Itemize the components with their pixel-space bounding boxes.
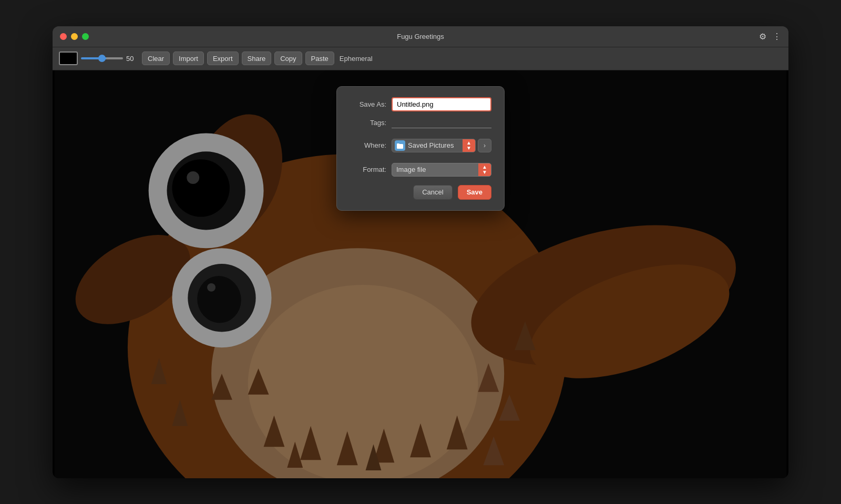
save-dialog: Save As: Tags: Where: bbox=[336, 86, 505, 211]
save-as-label: Save As: bbox=[350, 100, 386, 108]
slider-value: 50 bbox=[126, 55, 139, 63]
where-expand-button[interactable]: › bbox=[478, 139, 491, 152]
toolbar: 50 Clear Import Export Share Copy Paste … bbox=[53, 47, 788, 70]
export-button[interactable]: Export bbox=[207, 52, 239, 65]
paste-button[interactable]: Paste bbox=[305, 52, 334, 65]
save-button[interactable]: Save bbox=[458, 185, 491, 200]
minimize-button[interactable] bbox=[71, 33, 78, 40]
window-title: Fugu Greetings bbox=[397, 33, 444, 40]
maximize-button[interactable] bbox=[82, 33, 89, 40]
plugin-icon[interactable]: ⚙ bbox=[759, 32, 766, 42]
tags-label: Tags: bbox=[350, 119, 386, 127]
format-row: Format: Image file ▲ ▼ bbox=[350, 163, 491, 177]
import-button[interactable]: Import bbox=[173, 52, 204, 65]
cancel-button[interactable]: Cancel bbox=[413, 185, 452, 200]
where-label: Where: bbox=[350, 141, 386, 149]
tags-input[interactable] bbox=[392, 118, 491, 128]
more-icon[interactable]: ⋮ bbox=[773, 32, 781, 42]
dialog-buttons: Cancel Save bbox=[350, 185, 491, 200]
save-as-row: Save As: bbox=[350, 97, 491, 111]
format-label: Format: bbox=[350, 166, 386, 173]
canvas-area[interactable]: Save As: Tags: Where: bbox=[53, 70, 788, 478]
clear-button[interactable]: Clear bbox=[142, 52, 170, 65]
copy-button[interactable]: Copy bbox=[274, 52, 302, 65]
slider-container: 50 bbox=[81, 55, 139, 63]
traffic-lights bbox=[60, 33, 89, 40]
titlebar-actions: ⚙ ⋮ bbox=[759, 32, 781, 42]
color-swatch[interactable] bbox=[59, 52, 78, 65]
tags-row: Tags: bbox=[350, 118, 491, 128]
save-as-input[interactable] bbox=[392, 97, 491, 111]
close-button[interactable] bbox=[60, 33, 67, 40]
app-window: Fugu Greetings ⚙ ⋮ 50 Clear Import Expor… bbox=[53, 26, 788, 478]
format-value: Image file bbox=[392, 166, 478, 173]
where-select[interactable]: Saved Pictures ▲ ▼ bbox=[392, 139, 476, 152]
format-arrows: ▲ ▼ bbox=[478, 163, 491, 176]
where-row: Where: Saved Pictures ▲ ▼ bbox=[350, 139, 491, 152]
ephemeral-label: Ephemeral bbox=[340, 55, 373, 63]
format-select[interactable]: Image file ▲ ▼ bbox=[392, 163, 491, 177]
svg-rect-33 bbox=[397, 143, 399, 145]
where-arrows: ▲ ▼ bbox=[463, 139, 475, 152]
folder-icon bbox=[395, 140, 405, 151]
chevron-icon: › bbox=[484, 142, 486, 149]
brush-size-slider[interactable] bbox=[81, 57, 123, 59]
share-button[interactable]: Share bbox=[242, 52, 272, 65]
modal-overlay: Save As: Tags: Where: bbox=[53, 70, 788, 478]
titlebar: Fugu Greetings ⚙ ⋮ bbox=[53, 26, 788, 47]
where-value: Saved Pictures bbox=[408, 141, 463, 149]
